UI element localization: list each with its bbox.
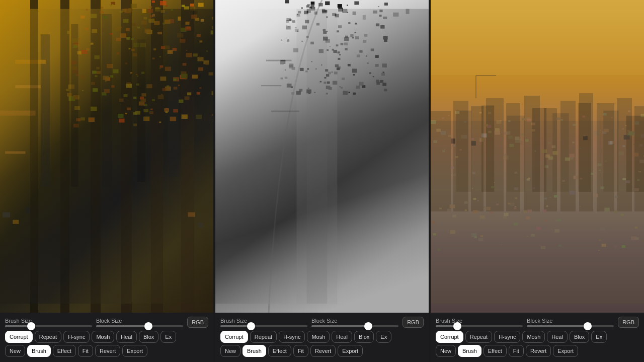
mosh-button-2[interactable]: Mosh: [307, 331, 330, 343]
block-size-group-1: Block Size: [96, 318, 183, 327]
revert-button-3[interactable]: Revert: [526, 345, 551, 357]
svg-rect-46: [481, 106, 494, 192]
svg-rect-14: [193, 11, 198, 14]
fit-button-3[interactable]: Fit: [509, 345, 524, 357]
ex-button-2[interactable]: Ex: [376, 331, 391, 343]
blox-button-2[interactable]: Blox: [354, 331, 374, 343]
svg-rect-8: [0, 111, 36, 116]
brush-size-label-3: Brush Size: [436, 318, 523, 324]
effect-button-2[interactable]: Effect: [268, 345, 291, 357]
mosh-button-3[interactable]: Mosh: [522, 331, 545, 343]
svg-rect-1: [41, 34, 50, 187]
svg-rect-20: [13, 220, 19, 224]
brush-size-group-3: Brush Size: [436, 318, 523, 327]
svg-rect-5: [168, 19, 179, 177]
hsync-button-1[interactable]: H-sync: [63, 331, 90, 343]
heal-button-2[interactable]: Heal: [332, 331, 352, 343]
image-area-2[interactable]: [215, 0, 429, 313]
svg-rect-12: [163, 12, 168, 15]
fit-button-2[interactable]: Fit: [293, 345, 308, 357]
heal-button-3[interactable]: Heal: [547, 331, 568, 343]
svg-rect-62: [431, 9, 644, 75]
new-button-3[interactable]: New: [436, 345, 456, 357]
blox-button-1[interactable]: Blox: [139, 331, 158, 343]
export-button-1[interactable]: Export: [122, 345, 147, 357]
block-size-track-3[interactable]: [527, 325, 614, 327]
block-size-group-2: Block Size: [311, 318, 398, 327]
svg-rect-57: [481, 133, 487, 137]
repeat-button-3[interactable]: Repeat: [465, 331, 492, 343]
svg-rect-34: [363, 15, 366, 20]
brush-size-track-1[interactable]: [5, 325, 92, 327]
block-size-track-1[interactable]: [96, 325, 183, 327]
repeat-button-1[interactable]: Repeat: [35, 331, 61, 343]
new-button-1[interactable]: New: [5, 345, 25, 357]
block-size-group-3: Block Size: [527, 318, 614, 327]
blox-button-3[interactable]: Blox: [570, 331, 589, 343]
mosh-button-1[interactable]: Mosh: [92, 331, 114, 343]
controls-3: Brush Size Block Size RGB Corrupt Repeat…: [431, 313, 644, 362]
heal-button-1[interactable]: Heal: [116, 331, 137, 343]
svg-rect-35: [373, 11, 377, 14]
image-area-3[interactable]: [431, 0, 644, 313]
hsync-button-2[interactable]: H-sync: [279, 331, 305, 343]
svg-rect-21: [25, 207, 30, 213]
hsync-button-3[interactable]: H-sync: [494, 331, 520, 343]
revert-button-2[interactable]: Revert: [310, 345, 336, 357]
svg-rect-49: [552, 113, 569, 192]
corrupt-button-1[interactable]: Corrupt: [5, 331, 33, 343]
block-size-label-1: Block Size: [96, 318, 183, 324]
svg-rect-26: [307, 9, 327, 304]
brush-button-2[interactable]: Brush: [243, 345, 266, 357]
repeat-button-2[interactable]: Repeat: [250, 331, 277, 343]
buttons-row1-1: Corrupt Repeat H-sync Mosh Heal Blox Ex: [5, 331, 208, 343]
controls-2: Brush Size Block Size RGB Corrupt Repeat…: [215, 313, 429, 362]
svg-rect-37: [393, 13, 398, 17]
brush-button-3[interactable]: Brush: [458, 345, 481, 357]
svg-rect-2: [71, 24, 78, 187]
svg-rect-9: [5, 151, 25, 154]
svg-rect-22: [188, 212, 195, 217]
effect-button-3[interactable]: Effect: [484, 345, 507, 357]
svg-rect-33: [353, 12, 356, 15]
glitch-overlay-1: [0, 0, 213, 313]
ex-button-3[interactable]: Ex: [591, 331, 607, 343]
panel-3: Brush Size Block Size RGB Corrupt Repeat…: [429, 0, 644, 362]
svg-rect-23: [198, 223, 203, 228]
svg-rect-3: [102, 14, 112, 187]
revert-button-1[interactable]: Revert: [95, 345, 120, 357]
svg-rect-53: [441, 131, 446, 135]
svg-rect-45: [456, 111, 471, 192]
svg-rect-16: [185, 22, 189, 25]
fit-button-1[interactable]: Fit: [78, 345, 93, 357]
svg-rect-4: [137, 39, 145, 182]
export-button-2[interactable]: Export: [338, 345, 363, 357]
new-button-2[interactable]: New: [220, 345, 240, 357]
brush-size-track-2[interactable]: [220, 325, 307, 327]
svg-rect-29: [322, 10, 327, 14]
sliders-row-2: Brush Size Block Size RGB: [220, 317, 424, 328]
svg-rect-38: [406, 9, 410, 14]
brush-size-track-3[interactable]: [436, 325, 523, 327]
svg-rect-7: [15, 85, 40, 88]
svg-rect-6: [15, 60, 46, 64]
corrupt-button-3[interactable]: Corrupt: [436, 331, 463, 343]
svg-rect-60: [608, 141, 612, 144]
buttons-row2-3: New Brush Effect Fit Revert Export: [436, 345, 639, 357]
svg-rect-47: [507, 116, 524, 192]
export-button-3[interactable]: Export: [553, 345, 578, 357]
buttons-row2-2: New Brush Effect Fit Revert Export: [220, 345, 424, 357]
svg-rect-10: [142, 9, 146, 13]
ex-button-1[interactable]: Ex: [160, 331, 176, 343]
svg-rect-51: [603, 111, 618, 192]
rgb-button-3[interactable]: RGB: [618, 317, 639, 328]
brush-size-label-1: Brush Size: [5, 318, 92, 324]
rgb-button-2[interactable]: RGB: [403, 317, 424, 328]
corrupt-button-2[interactable]: Corrupt: [220, 331, 248, 343]
svg-rect-39: [286, 18, 291, 21]
brush-button-1[interactable]: Brush: [27, 345, 51, 357]
effect-button-1[interactable]: Effect: [53, 345, 76, 357]
block-size-track-2[interactable]: [311, 325, 398, 327]
image-area-1[interactable]: [0, 0, 213, 313]
rgb-button-1[interactable]: RGB: [187, 317, 208, 328]
